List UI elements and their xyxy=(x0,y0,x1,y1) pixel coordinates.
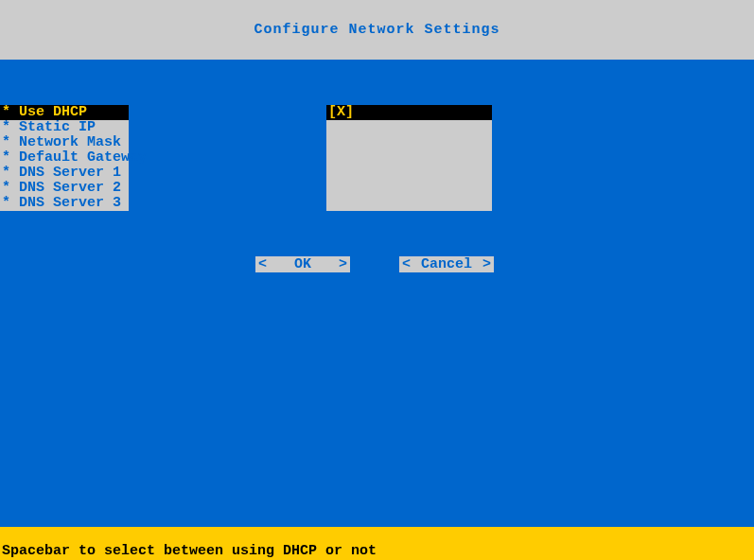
settings-item[interactable]: * DNS Server 1 xyxy=(0,166,129,181)
value-item[interactable] xyxy=(326,196,492,211)
settings-item[interactable]: * Default Gateway xyxy=(0,150,129,166)
settings-item[interactable]: * DNS Server 3 xyxy=(0,196,129,211)
bracket-left-icon: < xyxy=(258,256,267,272)
ok-button[interactable]: < OK > xyxy=(255,256,350,272)
cancel-button[interactable]: < Cancel > xyxy=(399,256,494,272)
value-item[interactable] xyxy=(326,120,492,135)
bracket-left-icon: < xyxy=(402,256,411,272)
value-item[interactable] xyxy=(326,135,492,150)
cancel-button-label: Cancel xyxy=(421,256,472,272)
settings-item[interactable]: * Static IP xyxy=(0,120,129,135)
value-item[interactable]: [X] xyxy=(326,105,492,120)
footer-hint-text: Spacebar to select between using DHCP or… xyxy=(2,543,377,559)
settings-item[interactable]: * DNS Server 2 xyxy=(0,181,129,196)
bracket-right-icon: > xyxy=(482,256,491,272)
value-item[interactable] xyxy=(326,181,492,196)
settings-list: * Use DHCP* Static IP* Network Mask* Def… xyxy=(0,105,129,211)
value-item[interactable] xyxy=(326,166,492,181)
footer-hint-bar: Spacebar to select between using DHCP or… xyxy=(0,527,754,560)
value-item[interactable] xyxy=(326,150,492,166)
content-area: * Use DHCP* Static IP* Network Mask* Def… xyxy=(0,60,754,527)
header-bar: Configure Network Settings xyxy=(0,0,754,60)
values-list: [X] xyxy=(326,105,492,211)
bracket-right-icon: > xyxy=(339,256,347,272)
settings-item[interactable]: * Network Mask xyxy=(0,135,129,150)
page-title: Configure Network Settings xyxy=(254,22,500,38)
ok-button-label: OK xyxy=(294,256,311,272)
settings-item[interactable]: * Use DHCP xyxy=(0,105,129,120)
